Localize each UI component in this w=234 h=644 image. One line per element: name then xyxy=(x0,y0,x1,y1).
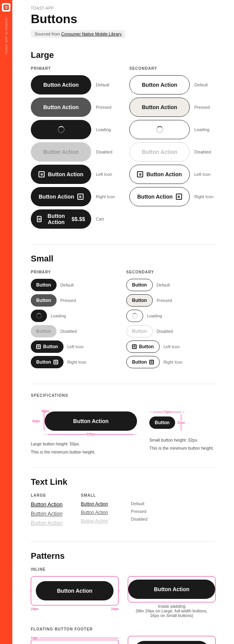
large-primary-pressed-btn[interactable]: Button Action xyxy=(31,98,91,117)
spec-vline xyxy=(44,411,44,431)
spec-small-height-value: 32px xyxy=(177,421,185,425)
textlink-large-col: LARGE Button Action Button Action Button… xyxy=(31,493,81,529)
large-secondary-loading-label: Loading xyxy=(194,127,216,132)
textlink-small-pressed[interactable]: Button Action xyxy=(81,510,131,515)
small-secondary-default-btn[interactable]: Button xyxy=(126,279,153,291)
floating-left-wrapper: 24px Place Order $$.$$ 24px xyxy=(31,636,119,644)
small-primary-default-btn[interactable]: Button xyxy=(31,279,57,291)
small-spinner-icon xyxy=(36,313,42,319)
small-secondary-pressed-label: Pressed xyxy=(157,298,180,303)
source-link[interactable]: Consumer Native Mobile Library xyxy=(61,32,122,36)
small-secondary-loading-btn[interactable] xyxy=(126,310,143,322)
small-primary-pressed-btn[interactable]: Button xyxy=(31,294,57,307)
small-secondary-righticon-btn[interactable]: Button ⊞ xyxy=(126,356,160,368)
page-title: Buttons xyxy=(31,12,216,26)
spec-large: 50px 56px Button Action ← 335px xyxy=(31,402,137,455)
specs-section: SPECIFICATIONS 50px 56px Button Action xyxy=(31,393,216,455)
floating-cart-btn-2[interactable]: Place Order $$.$$ xyxy=(134,641,209,644)
small-primary-righticon-label: Right Icon xyxy=(67,360,90,364)
large-section: Large PRIMARY Button Action Default Butt… xyxy=(31,50,216,232)
small-secondary-lefticon-btn[interactable]: ⊞ Button xyxy=(126,341,160,353)
floating-top-line xyxy=(39,638,119,638)
small-secondary-righticon-label: Right Icon xyxy=(164,360,187,364)
small-secondary-pressed-row: Button Pressed xyxy=(126,294,216,307)
textlink-large-default[interactable]: Button Action xyxy=(31,501,81,507)
spec-small-btn-area: Button 32px xyxy=(149,415,185,431)
large-primary-default-btn[interactable]: Button Action xyxy=(31,75,91,94)
small-secondary-loading-row: Loading xyxy=(126,310,216,322)
small-secondary-disabled-label: Disabled xyxy=(157,329,180,334)
large-secondary-righticon-btn[interactable]: Button Action ⊞ xyxy=(129,187,190,206)
large-primary-righticon-label: Right Icon xyxy=(96,194,117,199)
specs-title: SPECIFICATIONS xyxy=(31,393,216,398)
large-primary-cart-row: ⊞ Button Action $$.$$ Cart xyxy=(31,209,117,229)
textlink-disabled-state: Disabled xyxy=(131,517,216,521)
small-section: Small PRIMARY Button Default Button Pres… xyxy=(31,254,216,371)
small-spinner-dark-icon xyxy=(132,313,137,319)
large-secondary-lefticon-row: ⊞ Button Action Left Icon xyxy=(129,165,216,184)
inline-left: ← → Button Action 24px 24px xyxy=(31,576,119,611)
small-right-icon: ⊞ xyxy=(53,360,58,364)
small-primary-lefticon-btn[interactable]: ⊞ Button xyxy=(31,341,64,353)
floating-left: 24px Place Order $$.$$ 24px xyxy=(31,636,119,644)
small-secondary-disabled-row: Button Disabled xyxy=(126,325,216,337)
small-secondary-col: SECONDARY Button Default Button Pressed … xyxy=(126,270,216,371)
sidebar-label: Toast App UI Reskin xyxy=(5,18,8,55)
textlink-large-label: LARGE xyxy=(31,493,81,497)
large-section-title: Large xyxy=(31,50,216,60)
large-secondary-loading-row: Loading xyxy=(129,120,216,139)
spec-hline2 xyxy=(95,434,134,435)
small-primary-loading-btn[interactable] xyxy=(31,310,47,322)
small-section-title: Small xyxy=(31,254,216,264)
source-text: Sourced from xyxy=(35,32,60,36)
secondary-label: SECONDARY xyxy=(129,66,216,71)
spec-large-btn: Button Action xyxy=(45,411,137,431)
large-secondary-default-btn[interactable]: Button Action xyxy=(129,75,190,94)
inline-right-padding: 24px xyxy=(111,607,119,611)
floating-label: FLOATING BUTTON FOOTER xyxy=(31,627,216,631)
textlink-grid: LARGE Button Action Button Action Button… xyxy=(31,493,216,529)
large-primary-loading-btn[interactable] xyxy=(31,120,91,139)
inline-right-box: Button Action xyxy=(128,576,216,602)
small-secondary-lefticon-row: ⊞ Button Left Icon xyxy=(126,341,216,353)
large-primary-cart-btn[interactable]: ⊞ Button Action $$.$$ xyxy=(31,209,91,229)
large-secondary-lefticon-btn[interactable]: ⊞ Button Action xyxy=(129,165,190,184)
textlink-small-default[interactable]: Button Action xyxy=(81,501,131,507)
large-primary-pressed-label: Pressed xyxy=(96,105,117,110)
textlink-states-col: State Default Pressed Disabled xyxy=(131,493,216,529)
small-secondary-pressed-btn[interactable]: Button xyxy=(126,294,153,307)
spec-small-height-area: 32px xyxy=(177,415,185,431)
spec-small-hline xyxy=(153,412,163,412)
textlink-title: Text Link xyxy=(31,477,216,487)
large-primary-lefticon-btn[interactable]: ⊞ Button Action xyxy=(31,165,91,184)
inline-btn-right[interactable]: Button Action xyxy=(128,580,215,599)
textlink-large-pressed[interactable]: Button Action xyxy=(31,511,81,517)
large-secondary-loading-btn[interactable] xyxy=(129,120,190,139)
spec-large-desc2: This is the minimum button height. xyxy=(31,449,137,455)
small-primary-default-label: Default xyxy=(60,283,84,287)
floating-top-annotation: 24px xyxy=(31,636,119,640)
small-primary-righticon-btn[interactable]: Button ⊞ xyxy=(31,356,64,368)
small-secondary-default-label: Default xyxy=(157,283,180,287)
large-secondary-pressed-btn[interactable]: Button Action xyxy=(129,98,190,117)
app-name-label: TOAST APP xyxy=(31,6,216,10)
large-secondary-default-row: Button Action Default xyxy=(129,75,216,94)
small-primary-lefticon-row: ⊞ Button Left Icon xyxy=(31,341,120,353)
small-secondary-label: SECONDARY xyxy=(126,270,216,274)
large-secondary-pressed-label: Pressed xyxy=(194,105,216,110)
inline-btn-left[interactable]: Button Action xyxy=(36,581,114,600)
right-icon-2: ⊞ xyxy=(176,194,182,200)
large-secondary-pressed-row: Button Action Pressed xyxy=(129,98,216,117)
floating-left-box: Place Order $$.$$ xyxy=(31,640,119,644)
spec-large-btn-container: Button Action ← 335px → xyxy=(45,411,137,436)
left-icon-2: ⊞ xyxy=(137,171,143,177)
primary-label: PRIMARY xyxy=(31,66,117,71)
right-icon: ⊞ xyxy=(77,194,84,200)
large-secondary-disabled-row: Button Action Disabled xyxy=(129,142,216,162)
textlink-small-col: SMALL Button Action Button Action Button… xyxy=(81,493,131,529)
floating-top-label: 24px xyxy=(31,636,38,640)
cart-left: ⊞ Button Action xyxy=(37,213,69,225)
large-primary-righticon-btn[interactable]: Button Action ⊞ xyxy=(31,187,91,206)
spec-small-desc2: This is the minimum button height. xyxy=(149,445,216,452)
floating-grid: 24px Place Order $$.$$ 24px xyxy=(31,636,216,644)
